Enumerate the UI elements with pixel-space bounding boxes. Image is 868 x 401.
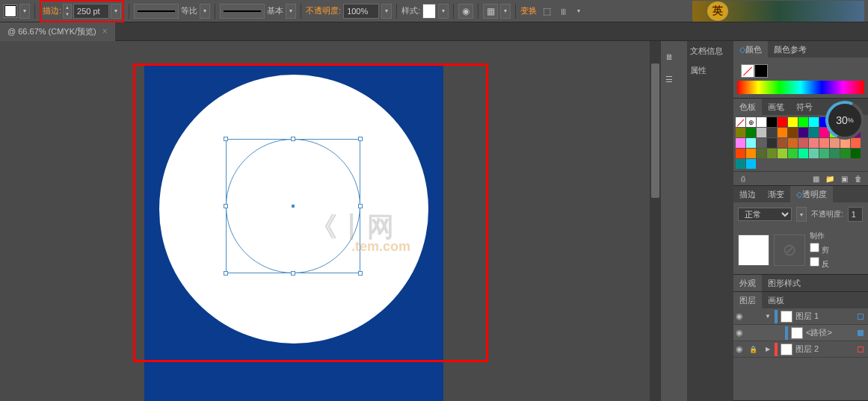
swatch-color[interactable] xyxy=(778,128,787,137)
distribute-icon[interactable]: ⫼ xyxy=(556,4,571,19)
transform-label[interactable]: 变换 xyxy=(520,5,537,16)
recolor-icon[interactable]: ◉ xyxy=(458,4,473,19)
tab-brushes[interactable]: 画笔 xyxy=(762,99,790,115)
swatch-color[interactable] xyxy=(746,128,756,137)
swatch-color[interactable] xyxy=(851,149,861,158)
side-item-doc-info[interactable]: 🗎 xyxy=(661,52,687,61)
lock-icon[interactable]: 🔒 xyxy=(749,346,758,353)
swatch-color[interactable] xyxy=(746,138,756,148)
new-swatch-icon[interactable]: ▣ xyxy=(838,173,850,184)
swatch-color[interactable] xyxy=(830,149,840,158)
selection-handle-e[interactable] xyxy=(358,204,363,208)
brush-preview[interactable] xyxy=(220,4,265,19)
fill-indicator[interactable] xyxy=(4,4,17,18)
stroke-black-icon[interactable] xyxy=(754,64,768,78)
tab-layers[interactable]: 图层 xyxy=(733,292,762,308)
stroke-weight-dropdown[interactable]: ▾ xyxy=(111,4,121,19)
swatch-color[interactable] xyxy=(736,128,745,137)
fill-stroke-indicator[interactable] xyxy=(737,61,864,81)
swatch-color[interactable] xyxy=(809,128,819,137)
selection-indicator-icon[interactable] xyxy=(858,314,864,320)
swatch-color[interactable] xyxy=(809,149,819,158)
close-tab-icon[interactable]: × xyxy=(102,26,108,37)
artboard[interactable] xyxy=(144,63,443,401)
tab-artboards[interactable]: 画板 xyxy=(762,292,790,308)
opacity-input-panel[interactable] xyxy=(848,207,863,222)
isolate-icon[interactable]: ⬚ xyxy=(539,4,554,19)
swatch-color[interactable] xyxy=(736,138,745,148)
swatch-color[interactable] xyxy=(798,149,808,158)
stroke-stepper[interactable]: ▲▼ xyxy=(63,4,72,19)
swatch-color[interactable] xyxy=(778,149,787,158)
layer-row[interactable]: ◉ ▼ 图层 1 xyxy=(733,308,868,325)
swatch-color[interactable] xyxy=(746,159,756,169)
new-group-icon[interactable]: 📁 xyxy=(824,173,836,184)
selection-handle-w[interactable] xyxy=(224,204,228,208)
swatch-color[interactable] xyxy=(736,149,745,158)
invert-checkbox-label[interactable]: 反 xyxy=(810,257,829,270)
tab-gradient[interactable]: 渐变 xyxy=(762,186,790,202)
clip-checkbox-label[interactable]: 剪 xyxy=(810,243,829,255)
side-label-properties[interactable]: 属性 xyxy=(690,65,730,84)
visibility-toggle-icon[interactable]: ◉ xyxy=(736,328,746,338)
style-preview[interactable] xyxy=(422,4,436,19)
swatch-color[interactable] xyxy=(798,117,808,127)
swatch-options-icon[interactable]: ▦ xyxy=(810,173,822,184)
swatch-color[interactable] xyxy=(788,138,798,148)
selection-handle-se[interactable] xyxy=(358,271,363,276)
swatch-color[interactable] xyxy=(757,149,766,158)
swatch-color[interactable] xyxy=(840,149,850,158)
style-dropdown[interactable]: ▾ xyxy=(438,4,449,19)
swatch-color[interactable] xyxy=(757,138,766,148)
canvas-area[interactable]: 《丨网 .tem.com xyxy=(0,41,661,401)
mask-thumbnail[interactable] xyxy=(738,234,769,266)
opacity-dropdown[interactable]: ▾ xyxy=(381,4,392,19)
swatch-color[interactable] xyxy=(767,138,777,148)
swatch-color[interactable] xyxy=(798,138,808,148)
visibility-toggle-icon[interactable]: ◉ xyxy=(736,311,746,321)
swatch-color[interactable] xyxy=(788,117,798,127)
swatch-color[interactable] xyxy=(809,117,819,127)
tab-color-guide[interactable]: 颜色参考 xyxy=(768,41,813,57)
expand-triangle-icon[interactable]: ▼ xyxy=(764,313,772,320)
selection-handle-ne[interactable] xyxy=(358,137,363,141)
selection-handle-s[interactable] xyxy=(291,271,295,276)
swatch-color[interactable] xyxy=(798,128,808,137)
blend-mode-select[interactable]: 正常 xyxy=(738,208,792,221)
side-label-doc-info[interactable]: 文档信息 xyxy=(690,46,730,65)
swatch-registration[interactable]: ⊕ xyxy=(746,117,756,127)
selection-handle-n[interactable] xyxy=(291,137,295,141)
stroke-profile-preview[interactable] xyxy=(134,4,179,19)
visibility-toggle-icon[interactable]: ◉ xyxy=(736,344,746,354)
invert-checkbox[interactable] xyxy=(810,257,819,267)
swatch-color[interactable] xyxy=(788,149,798,158)
swatch-color[interactable] xyxy=(736,159,745,169)
swatch-color[interactable] xyxy=(778,138,787,148)
align-dropdown[interactable]: ▾ xyxy=(500,4,511,19)
tab-symbols[interactable]: 符号 xyxy=(790,99,819,115)
swatch-color[interactable] xyxy=(819,138,829,148)
tab-appearance[interactable]: 外观 xyxy=(733,275,762,291)
scrollbar-thumb[interactable] xyxy=(651,63,659,198)
tab-swatches[interactable]: 色板 xyxy=(733,99,762,115)
profile-dropdown[interactable]: ▾ xyxy=(200,4,210,19)
swatch-color[interactable] xyxy=(851,138,861,148)
layer-row[interactable]: ◉ 🔒 ▶ 图层 2 xyxy=(733,341,868,358)
clip-checkbox[interactable] xyxy=(810,243,819,252)
swatch-color[interactable] xyxy=(819,149,829,158)
layer-row[interactable]: ◉ <路径> xyxy=(733,325,868,341)
selection-indicator-icon[interactable] xyxy=(858,346,864,352)
document-tab[interactable]: @ 66.67% (CMYK/预览) × xyxy=(0,22,115,41)
make-mask-button[interactable]: 制作 xyxy=(810,231,829,241)
tab-stroke[interactable]: 描边 xyxy=(733,186,762,202)
swatch-color[interactable] xyxy=(746,149,756,158)
selection-handle-sw[interactable] xyxy=(224,271,228,276)
mask-empty-icon[interactable]: ⊘ xyxy=(774,234,805,266)
delete-swatch-icon[interactable]: 🗑 xyxy=(852,173,864,184)
selection-handle-nw[interactable] xyxy=(224,137,228,141)
brush-dropdown[interactable]: ▾ xyxy=(286,4,296,19)
swatch-color[interactable] xyxy=(757,128,766,137)
color-spectrum[interactable] xyxy=(737,81,864,94)
swatch-library-icon[interactable]: ⎙ xyxy=(737,173,749,184)
transform-dropdown[interactable]: ▾ xyxy=(573,4,584,19)
